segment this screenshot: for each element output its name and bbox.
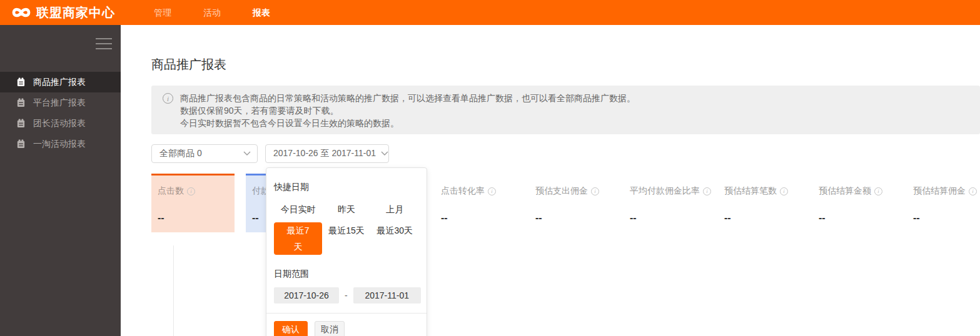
stat-card-label: 预估结算佣金i xyxy=(913,185,980,197)
sidebar-item-label: 团长活动报表 xyxy=(33,118,86,129)
chevron-down-icon xyxy=(381,151,388,156)
stat-card-value: -- xyxy=(724,212,795,224)
brand-logo[interactable]: 联盟商家中心 xyxy=(11,4,115,21)
stat-card-est-commission-spend[interactable]: 预估支出佣金i -- xyxy=(529,174,612,232)
info-icon[interactable]: i xyxy=(703,187,711,195)
start-date-input[interactable] xyxy=(274,287,339,304)
stat-card-label: 预估结算金额i xyxy=(819,185,889,197)
brand-title: 联盟商家中心 xyxy=(36,4,115,21)
quick-option-last-15-days[interactable]: 最近15天 xyxy=(325,222,368,239)
info-icon[interactable]: i xyxy=(591,187,599,195)
sidebar-item-label: 平台推广报表 xyxy=(33,97,86,109)
quick-option-today-realtime[interactable]: 今日实时 xyxy=(277,201,320,217)
quick-option-yesterday[interactable]: 昨天 xyxy=(334,201,359,217)
chart-axis-line xyxy=(173,245,174,336)
top-header: 联盟商家中心 管理 活动 报表 xyxy=(0,0,980,25)
date-picker-popup: 快捷日期 今日实时 昨天 上月 最近7天 最近15天 最近30天 日期范围 - … xyxy=(266,167,427,336)
notice-line: 今日实时数据暂不包含今日设置今日生效的策略的数据。 xyxy=(180,117,967,129)
stat-card-value: -- xyxy=(535,212,606,224)
stat-card-value: -- xyxy=(819,212,889,224)
end-date-input[interactable] xyxy=(353,287,421,304)
sidebar-item-etao-activity-report[interactable]: 一淘活动报表 xyxy=(0,134,121,154)
info-icon[interactable]: i xyxy=(187,187,195,195)
sidebar-item-product-report[interactable]: 商品推广报表 xyxy=(0,72,121,92)
quick-dates-label: 快捷日期 xyxy=(274,182,419,193)
info-icon[interactable]: i xyxy=(874,187,882,195)
product-select-value: 全部商品 0 xyxy=(159,148,238,159)
alimama-logo-icon xyxy=(11,4,31,21)
product-select[interactable]: 全部商品 0 xyxy=(151,144,258,163)
stat-card-value: -- xyxy=(158,212,228,224)
info-icon: i xyxy=(163,93,173,104)
quick-option-last-30-days[interactable]: 最近30天 xyxy=(373,222,417,239)
confirm-button[interactable]: 确认 xyxy=(274,321,308,336)
report-icon xyxy=(16,119,26,128)
report-icon xyxy=(16,139,26,149)
stat-card-label: 预估结算笔数i xyxy=(724,185,795,197)
notice-line: 数据仅保留90天，若有需要请及时下载。 xyxy=(180,104,967,117)
stat-card-label: 预估支出佣金i xyxy=(535,185,606,197)
info-icon[interactable]: i xyxy=(780,187,788,195)
nav-manage[interactable]: 管理 xyxy=(154,0,171,25)
report-icon xyxy=(16,98,26,107)
quick-dates-row-1: 今日实时 昨天 上月 xyxy=(274,201,419,217)
stat-card-clicks[interactable]: 点击数i -- xyxy=(151,174,235,232)
cancel-button[interactable]: 取消 xyxy=(315,321,345,336)
sidebar-menu: 商品推广报表 平台推广报表 xyxy=(0,72,121,154)
stat-card-est-settle-count[interactable]: 预估结算笔数i -- xyxy=(718,174,801,232)
nav-activity[interactable]: 活动 xyxy=(203,0,221,25)
notice-box: i 商品推广报表包含商品的日常策略和活动策略的推广数据，可以选择查看单品推广数据… xyxy=(151,86,980,134)
stat-card-label: 平均付款佣金比率i xyxy=(630,185,700,197)
app-window: 联盟商家中心 管理 活动 报表 商品推广报表 xyxy=(0,0,980,336)
stat-card-value: -- xyxy=(913,212,980,224)
info-icon[interactable]: i xyxy=(969,187,977,195)
stat-card-est-settle-amount[interactable]: 预估结算金额i -- xyxy=(812,174,896,232)
top-nav: 管理 活动 报表 xyxy=(154,0,302,25)
notice-line: 商品推广报表包含商品的日常策略和活动策略的推广数据，可以选择查看单品推广数据，也… xyxy=(180,92,967,104)
stat-card-label: 点击转化率i xyxy=(441,185,512,197)
stat-card-label: 点击数i xyxy=(158,185,228,197)
quick-dates-row-2: 最近7天 最近15天 最近30天 xyxy=(274,222,419,255)
sidebar-item-label: 商品推广报表 xyxy=(33,77,86,88)
date-range-select[interactable]: 2017-10-26 至 2017-11-01 xyxy=(265,144,389,163)
stat-card-avg-commission-rate[interactable]: 平均付款佣金比率i -- xyxy=(624,174,707,232)
stat-card-value: -- xyxy=(630,212,700,224)
date-range-inputs: - xyxy=(274,287,419,304)
report-icon xyxy=(16,77,26,87)
stat-card-value: -- xyxy=(441,212,512,224)
sidebar-item-leader-activity-report[interactable]: 团长活动报表 xyxy=(0,113,121,134)
quick-option-last-7-days[interactable]: 最近7天 xyxy=(274,222,322,255)
sidebar: 商品推广报表 平台推广报表 xyxy=(0,25,121,336)
info-icon[interactable]: i xyxy=(488,187,496,195)
stat-card-click-conversion[interactable]: 点击转化率i -- xyxy=(435,174,518,232)
quick-option-last-month[interactable]: 上月 xyxy=(382,201,407,217)
date-range-separator: - xyxy=(345,290,348,300)
date-range-label: 日期范围 xyxy=(274,269,419,280)
sidebar-collapse-icon[interactable] xyxy=(96,38,112,49)
sidebar-item-platform-report[interactable]: 平台推广报表 xyxy=(0,92,121,113)
chevron-down-icon xyxy=(243,151,251,156)
page-title: 商品推广报表 xyxy=(151,56,226,73)
stat-card-est-settle-commission[interactable]: 预估结算佣金i -- xyxy=(907,174,980,232)
nav-report[interactable]: 报表 xyxy=(253,0,270,25)
date-range-select-value: 2017-10-26 至 2017-11-01 xyxy=(273,148,376,159)
sidebar-item-label: 一淘活动报表 xyxy=(33,139,86,150)
popup-footer: 确认 取消 xyxy=(274,314,419,336)
